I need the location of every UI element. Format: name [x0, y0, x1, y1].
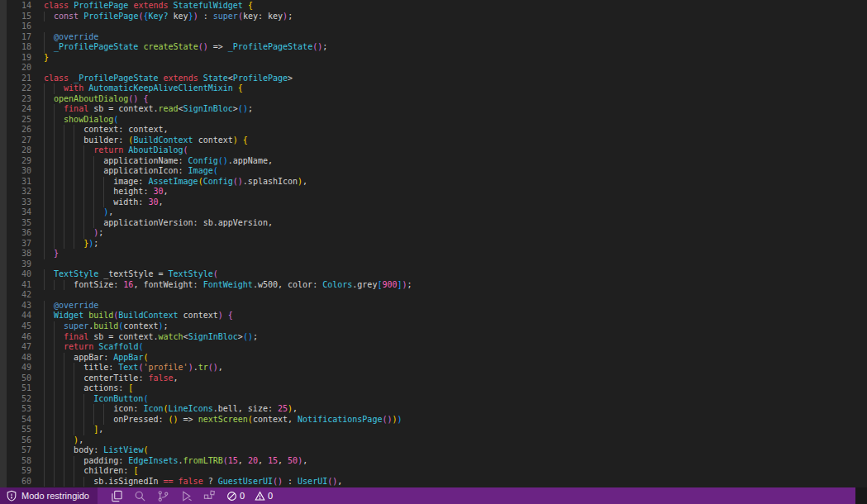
line-number: 26	[7, 125, 31, 136]
search-icon[interactable]	[134, 490, 146, 502]
source-control-icon[interactable]	[157, 490, 169, 502]
code-line-43: 43@override	[0, 301, 867, 311]
files-icon[interactable]	[111, 490, 123, 502]
extensions-icon[interactable]	[203, 490, 216, 502]
code-token: SignInBloc	[188, 332, 238, 341]
status-icons	[106, 490, 222, 502]
code-line-46: 46final sb = context.watch<SignInBloc>()…	[0, 332, 867, 343]
code-token: build	[93, 321, 118, 330]
indent-guides	[44, 425, 93, 435]
code-line-29: 29applicationName: Config().appName,	[0, 156, 867, 167]
code-token: Text	[118, 363, 138, 372]
line-number: 38	[7, 249, 31, 259]
indent-guides	[44, 187, 113, 197]
code-line-39: 39	[0, 259, 867, 270]
line-number: 28	[7, 145, 31, 156]
problems-indicator[interactable]: 0 0	[226, 491, 273, 502]
code-token: ProfilePage	[83, 12, 138, 21]
code-token: appBar:	[74, 353, 113, 362]
line-number: 30	[7, 166, 31, 177]
code-token: TextStyle	[169, 269, 213, 278]
code-token: ==	[163, 477, 173, 486]
code-editor[interactable]: 14class ProfilePage extends StatefulWidg…	[0, 0, 867, 487]
restricted-mode-badge[interactable]: Modo restringido	[0, 487, 98, 504]
code-line-34: 34),	[0, 207, 867, 218]
code-token: tr	[198, 363, 208, 372]
code-token: applicationIcon:	[103, 166, 188, 175]
code-token: Key?	[148, 12, 168, 21]
line-number: 27	[7, 136, 31, 146]
code-token: _textStyle =	[98, 269, 168, 278]
code-token: 15	[228, 456, 238, 465]
code-token: ,	[158, 197, 163, 207]
line-number: 16	[7, 21, 31, 32]
line-number: 59	[7, 466, 31, 477]
code-token: ;	[93, 239, 98, 248]
code-token: build	[88, 311, 113, 320]
indent-guides	[44, 207, 103, 218]
code-token: 900	[382, 280, 397, 289]
indent-guides	[44, 136, 83, 146]
code-token: Scaffold	[98, 342, 138, 351]
code-token: .bell, size:	[213, 404, 278, 413]
run-debug-icon[interactable]	[180, 490, 193, 502]
code-token: ,	[174, 373, 179, 383]
warning-count: 0	[268, 491, 273, 501]
code-token: ListView	[103, 445, 143, 454]
code-line-23: 23openAboutDialog() {	[0, 94, 867, 105]
code-token: 16	[123, 280, 133, 289]
code-token: .grey	[352, 280, 377, 289]
code-token: Colors	[322, 280, 352, 289]
code-line-27: 27builder: (BuildContext context) {	[0, 136, 867, 146]
line-number: 57	[7, 445, 31, 456]
code-line-47: 47return Scaffold(	[0, 342, 867, 353]
indent-guides	[44, 32, 54, 43]
code-line-18: 18_ProfilePageState createState() => _Pr…	[0, 42, 867, 53]
code-token: watch	[158, 332, 183, 341]
line-number: 60	[7, 477, 31, 487]
code-token: ()	[169, 415, 179, 424]
code-token: openAboutDialog	[54, 94, 128, 103]
indent-guides	[44, 228, 93, 239]
code-line-26: 26context: context,	[0, 125, 867, 136]
indent-guides	[44, 280, 74, 291]
code-token: (	[213, 166, 218, 175]
code-line-52: 52IconButton(	[0, 394, 867, 405]
indent-guides	[44, 197, 113, 208]
code-line-24: 24final sb = context.read<SignInBloc>();	[0, 104, 867, 115]
code-token: ()	[218, 156, 228, 165]
code-token: read	[158, 104, 178, 113]
code-token: ()	[382, 415, 392, 424]
indent-guides	[44, 435, 74, 446]
code-token: title:	[83, 363, 118, 372]
code-line-28: 28return AboutDialog(	[0, 145, 867, 156]
code-token: ()	[208, 363, 218, 372]
code-line-32: 32height: 30,	[0, 187, 867, 197]
code-token: AppBar	[113, 353, 143, 362]
status-bar: Modo restringido	[0, 487, 855, 504]
code-line-60: 60sb.isSignedIn == false ? GuestUserUI()…	[0, 477, 867, 487]
indent-guides	[44, 42, 54, 53]
line-number: 17	[7, 32, 31, 43]
code-line-16: 16	[0, 21, 867, 32]
code-token: :	[198, 12, 213, 21]
line-number: 50	[7, 373, 31, 384]
indent-guides	[44, 373, 83, 384]
line-number: 48	[7, 353, 31, 364]
code-line-57: 57body: ListView(	[0, 445, 867, 456]
code-token: Widget	[54, 311, 83, 320]
code-token: false	[148, 373, 173, 383]
code-token: {	[248, 1, 253, 10]
code-line-19: 19}	[0, 53, 867, 64]
code-token: =>	[179, 415, 198, 424]
code-token: (	[143, 394, 148, 403]
code-token: AutomaticKeepAliveClientMixin	[88, 83, 233, 93]
code-token: 15	[268, 456, 278, 465]
code-token: showDialog	[64, 115, 113, 124]
code-token: Icon	[143, 404, 163, 413]
line-number: 49	[7, 363, 31, 373]
line-number: 46	[7, 332, 31, 343]
code-token: sb.isSignedIn	[93, 477, 163, 486]
code-lines: 14class ProfilePage extends StatefulWidg…	[0, 1, 867, 487]
indent-guides	[44, 394, 93, 405]
